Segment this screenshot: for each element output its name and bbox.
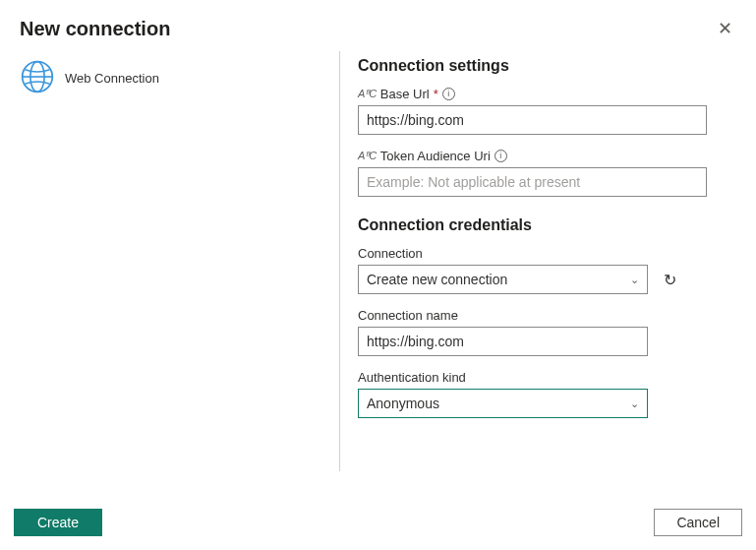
base-url-input[interactable] — [358, 105, 707, 135]
base-url-field-group: AᴮC Base Url * i — [358, 87, 736, 135]
dialog-footer: Create Cancel — [0, 499, 756, 550]
text-type-icon: AᴮC — [358, 150, 377, 162]
connection-select[interactable]: Create new connection ⌄ — [358, 265, 648, 294]
create-button[interactable]: Create — [14, 509, 102, 536]
connection-field-group: Connection Create new connection ⌄ ↻ — [358, 246, 736, 294]
connection-name-field-group: Connection name — [358, 308, 736, 356]
refresh-button[interactable]: ↻ — [658, 268, 681, 291]
connection-select-value: Create new connection — [367, 272, 507, 287]
left-pane: Web Connection — [20, 49, 339, 491]
info-icon[interactable]: i — [442, 88, 455, 100]
auth-kind-label: Authentication kind — [358, 370, 736, 385]
dialog-title: New connection — [20, 18, 170, 40]
settings-section-title: Connection settings — [358, 57, 736, 75]
token-audience-label: Token Audience Uri — [380, 149, 491, 163]
connection-label: Connection — [358, 246, 736, 261]
globe-icon — [20, 59, 55, 97]
close-icon: ✕ — [718, 19, 732, 38]
auth-kind-field-group: Authentication kind Anonymous ⌄ — [358, 370, 736, 418]
auth-kind-select[interactable]: Anonymous ⌄ — [358, 389, 648, 418]
connection-name-input[interactable] — [358, 327, 648, 356]
cancel-button[interactable]: Cancel — [654, 509, 742, 536]
close-button[interactable]: ✕ — [714, 16, 736, 41]
connection-name-label: Connection name — [358, 308, 736, 323]
right-pane: Connection settings AᴮC Base Url * i AᴮC… — [340, 49, 736, 491]
info-icon[interactable]: i — [494, 150, 507, 162]
refresh-icon: ↻ — [664, 271, 676, 289]
token-audience-field-group: AᴮC Token Audience Uri i — [358, 149, 736, 197]
chevron-down-icon: ⌄ — [630, 274, 639, 286]
required-indicator: * — [434, 87, 438, 101]
connection-type-label: Web Connection — [65, 71, 159, 86]
connection-type-item[interactable]: Web Connection — [20, 59, 339, 97]
token-audience-input[interactable] — [358, 167, 707, 197]
text-type-icon: AᴮC — [358, 88, 377, 100]
auth-kind-select-value: Anonymous — [367, 396, 439, 411]
base-url-label: Base Url — [380, 87, 430, 101]
credentials-section-title: Connection credentials — [358, 216, 736, 234]
chevron-down-icon: ⌄ — [630, 397, 639, 410]
